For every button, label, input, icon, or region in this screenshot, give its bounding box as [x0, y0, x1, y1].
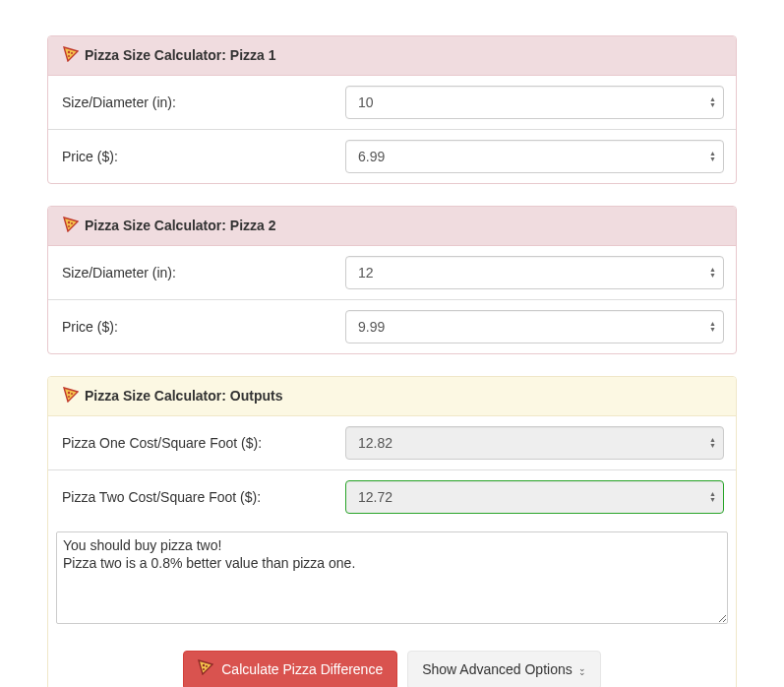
- pizza-2-price-input[interactable]: [345, 310, 724, 344]
- pizza-1-size-input[interactable]: [345, 86, 724, 119]
- calculate-button[interactable]: Calculate Pizza Difference: [183, 651, 397, 687]
- pizza-2-size-label: Size/Diameter (in):: [60, 265, 345, 281]
- output-message: [56, 531, 728, 624]
- panel-pizza-2-title: Pizza Size Calculator: Pizza 2: [85, 218, 276, 233]
- panel-pizza-1-heading: Pizza Size Calculator: Pizza 1: [48, 36, 736, 76]
- panel-pizza-1: Pizza Size Calculator: Pizza 1 Size/Diam…: [47, 35, 737, 184]
- svg-point-9: [203, 664, 205, 666]
- pizza-1-size-label: Size/Diameter (in):: [60, 94, 345, 110]
- pizza-2-price-row: Price ($): ▲▼: [48, 299, 736, 353]
- panel-pizza-1-title: Pizza Size Calculator: Pizza 1: [85, 47, 276, 63]
- pizza-icon: [198, 659, 213, 681]
- chevron-down-double-icon: ⌄⌄: [578, 666, 586, 674]
- panel-outputs: Pizza Size Calculator: Outputs Pizza One…: [47, 376, 737, 687]
- svg-point-3: [68, 221, 70, 223]
- pizza-1-price-input[interactable]: [345, 140, 724, 173]
- pizza-2-price-label: Price ($):: [60, 319, 345, 335]
- output-cost2-row: Pizza Two Cost/Square Foot ($): ▲▼: [48, 469, 736, 524]
- output-cost1-row: Pizza One Cost/Square Foot ($): ▲▼: [48, 416, 736, 469]
- pizza-1-price-row: Price ($): ▲▼: [48, 129, 736, 183]
- panel-outputs-title: Pizza Size Calculator: Outputs: [85, 388, 282, 404]
- svg-point-5: [68, 225, 70, 227]
- calculate-button-label: Calculate Pizza Difference: [221, 660, 383, 680]
- svg-point-8: [68, 396, 70, 398]
- svg-point-11: [203, 668, 205, 670]
- output-cost1-label: Pizza One Cost/Square Foot ($):: [60, 435, 345, 451]
- pizza-icon: [63, 46, 79, 65]
- panel-pizza-2: Pizza Size Calculator: Pizza 2 Size/Diam…: [47, 206, 737, 354]
- pizza-1-price-label: Price ($):: [60, 149, 345, 164]
- show-advanced-label: Show Advanced Options: [422, 660, 573, 680]
- panel-outputs-heading: Pizza Size Calculator: Outputs: [48, 377, 736, 416]
- pizza-icon: [63, 387, 79, 406]
- pizza-icon: [63, 217, 79, 235]
- pizza-2-size-row: Size/Diameter (in): ▲▼: [48, 246, 736, 299]
- svg-point-0: [68, 51, 70, 53]
- panel-pizza-2-heading: Pizza Size Calculator: Pizza 2: [48, 207, 736, 246]
- pizza-2-size-input[interactable]: [345, 256, 724, 289]
- output-cost1-field: [345, 426, 724, 460]
- show-advanced-button[interactable]: Show Advanced Options ⌄⌄: [407, 651, 601, 687]
- pizza-1-size-row: Size/Diameter (in): ▲▼: [48, 76, 736, 129]
- svg-point-7: [71, 393, 73, 395]
- svg-point-2: [68, 55, 70, 57]
- svg-point-6: [68, 392, 70, 394]
- svg-point-1: [71, 52, 73, 54]
- svg-point-4: [71, 222, 73, 224]
- svg-point-10: [206, 665, 208, 667]
- output-cost2-field: [345, 480, 724, 514]
- output-cost2-label: Pizza Two Cost/Square Foot ($):: [60, 489, 345, 505]
